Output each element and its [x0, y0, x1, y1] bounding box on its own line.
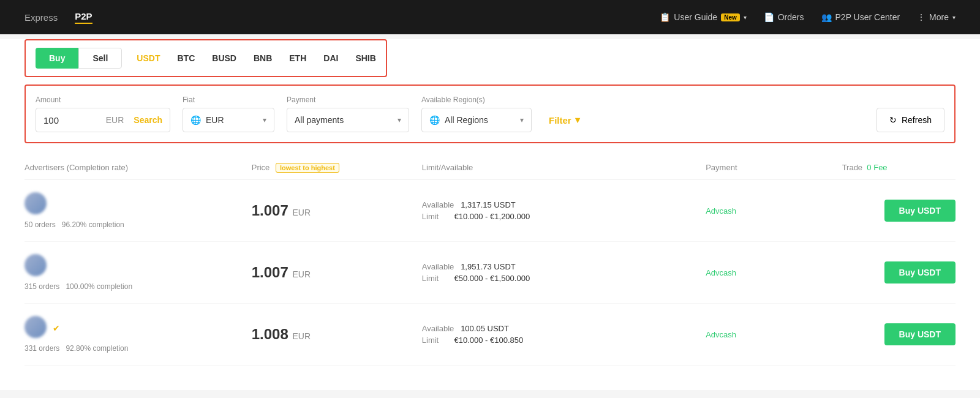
- completion-rate: 100.00% completion: [66, 282, 132, 291]
- buy-tab[interactable]: Buy: [36, 48, 78, 69]
- coin-tab-dai[interactable]: DAI: [323, 51, 338, 66]
- region-select[interactable]: 🌐 All Regions ▾: [421, 108, 532, 132]
- payment-filter-group: Payment All payments ▾: [287, 96, 409, 132]
- payment-method: Advcash: [706, 268, 736, 277]
- limit-label: Limit: [422, 212, 452, 221]
- filter-chevron-icon: ▾: [575, 115, 580, 126]
- limit-row: Limit €10.000 - €100.850: [422, 336, 706, 345]
- fiat-globe-icon: 🌐: [190, 115, 201, 125]
- available-value: 1,317.15 USDT: [461, 200, 516, 209]
- limit-row: Limit €10.000 - €1,200.000: [422, 212, 706, 221]
- price-sort-badge[interactable]: lowest to highest: [276, 163, 339, 173]
- filter-row: Amount EUR Search Fiat 🌐 EUR ▾ Payment A…: [24, 84, 956, 143]
- available-label: Available: [422, 200, 459, 209]
- more-icon: ⋮: [917, 12, 925, 22]
- limit-value: €10.000 - €1,200.000: [454, 212, 530, 221]
- order-count: 315 orders: [24, 282, 59, 291]
- buy-usdt-button[interactable]: Buy USDT: [884, 323, 956, 345]
- fiat-filter-group: Fiat 🌐 EUR ▾: [183, 96, 274, 132]
- table-row: 50 orders 96.20% completion 1.007 EUR Av…: [24, 180, 956, 242]
- filter-label-text: Filter: [549, 115, 571, 126]
- price-value: 1.007: [252, 202, 288, 219]
- advertiser-stats: 331 orders 92.80% completion: [24, 344, 252, 353]
- trade-cell: Buy USDT: [842, 200, 956, 222]
- coin-tab-busd[interactable]: BUSD: [212, 51, 236, 66]
- available-row: Available 1,317.15 USDT: [422, 200, 706, 209]
- table-body: 50 orders 96.20% completion 1.007 EUR Av…: [24, 180, 956, 366]
- available-label: Available: [422, 324, 459, 333]
- col-payment: Payment: [706, 163, 842, 172]
- amount-input-wrap: EUR Search: [36, 108, 170, 132]
- sell-tab[interactable]: Sell: [78, 48, 122, 69]
- order-count: 331 orders: [24, 344, 59, 353]
- order-count: 50 orders: [24, 220, 56, 229]
- amount-label: Amount: [36, 96, 170, 104]
- amount-filter-group: Amount EUR Search: [36, 96, 170, 132]
- book-icon: 📋: [660, 12, 670, 22]
- price-value: 1.007: [252, 264, 288, 280]
- nav-orders[interactable]: 📄 Orders: [764, 12, 804, 22]
- coin-tab-shib[interactable]: SHIB: [355, 51, 375, 66]
- fiat-select[interactable]: 🌐 EUR ▾: [183, 108, 274, 132]
- trade-cell: Buy USDT: [842, 261, 956, 283]
- coin-tab-usdt[interactable]: USDT: [137, 51, 160, 66]
- nav-p2p-user-center[interactable]: 👥 P2P User Center: [821, 12, 900, 22]
- refresh-label: Refresh: [902, 115, 932, 125]
- fiat-chevron-icon: ▾: [263, 116, 266, 124]
- region-label: Available Region(s): [421, 96, 532, 104]
- table-row: ✔ 331 orders 92.80% completion 1.008 EUR…: [24, 304, 956, 366]
- price-currency: EUR: [292, 269, 311, 279]
- table-row: 315 orders 100.00% completion 1.007 EUR …: [24, 242, 956, 304]
- refresh-button[interactable]: ↻ Refresh: [876, 108, 944, 132]
- limit-available-cell: Available 1,951.73 USDT Limit €50.000 - …: [422, 262, 706, 283]
- nav-p2p[interactable]: P2P: [75, 11, 92, 24]
- col-trade: Trade 0 Fee: [842, 163, 956, 172]
- payment-cell: Advcash: [706, 268, 842, 277]
- payment-select[interactable]: All payments ▾: [287, 108, 409, 132]
- amount-input[interactable]: [43, 115, 92, 126]
- nav-express[interactable]: Express: [24, 12, 58, 23]
- limit-available-cell: Available 1,317.15 USDT Limit €10.000 - …: [422, 200, 706, 221]
- payment-cell: Advcash: [706, 206, 842, 216]
- coin-tab-eth[interactable]: ETH: [289, 51, 306, 66]
- region-globe-icon: 🌐: [429, 115, 440, 125]
- coin-tab-btc[interactable]: BTC: [177, 51, 195, 66]
- avatar: [24, 316, 47, 338]
- limit-label: Limit: [422, 274, 452, 283]
- coin-tab-bnb[interactable]: BNB: [254, 51, 272, 66]
- available-value: 1,951.73 USDT: [461, 262, 516, 271]
- col-limit: Limit/Available: [422, 163, 706, 172]
- coin-tabs: USDT BTC BUSD BNB ETH DAI SHIB: [137, 51, 376, 66]
- avatar: [24, 254, 47, 276]
- limit-value: €10.000 - €100.850: [454, 336, 524, 345]
- users-icon: 👥: [821, 12, 832, 22]
- price-cell: 1.007 EUR: [252, 202, 422, 219]
- tabs-container: Buy Sell USDT BTC BUSD BNB ETH DAI SHIB: [24, 39, 387, 77]
- filter-button[interactable]: Filter ▾: [544, 108, 585, 132]
- limit-available-cell: Available 100.05 USDT Limit €10.000 - €1…: [422, 324, 706, 345]
- verified-icon: ✔: [53, 323, 60, 333]
- advertiser-stats: 50 orders 96.20% completion: [24, 220, 252, 229]
- limit-value: €50.000 - €1,500.000: [454, 274, 530, 283]
- available-row: Available 100.05 USDT: [422, 324, 706, 333]
- top-navigation: Express P2P 📋 User Guide New ▾ 📄 Orders …: [0, 0, 980, 34]
- price-value: 1.008: [252, 326, 288, 342]
- completion-rate: 92.80% completion: [66, 344, 128, 353]
- refresh-icon: ↻: [889, 115, 897, 125]
- price-currency: EUR: [292, 331, 311, 341]
- chevron-down-icon-more: ▾: [952, 14, 956, 21]
- avatar: [24, 192, 47, 214]
- price-cell: 1.007 EUR: [252, 264, 422, 281]
- buy-usdt-button[interactable]: Buy USDT: [884, 261, 956, 283]
- search-button[interactable]: Search: [134, 115, 162, 125]
- advertiser-cell: 50 orders 96.20% completion: [24, 192, 252, 229]
- nav-more[interactable]: ⋮ More ▾: [917, 12, 956, 22]
- table-header: Advertisers (Completion rate) Price lowe…: [24, 156, 956, 180]
- payment-cell: Advcash: [706, 330, 842, 339]
- buy-usdt-button[interactable]: Buy USDT: [884, 200, 956, 222]
- col-advertiser: Advertisers (Completion rate): [24, 163, 252, 172]
- nav-user-guide[interactable]: 📋 User Guide New ▾: [660, 12, 746, 22]
- chevron-down-icon: ▾: [744, 14, 747, 21]
- fiat-label: Fiat: [183, 96, 274, 104]
- region-filter-group: Available Region(s) 🌐 All Regions ▾: [421, 96, 532, 132]
